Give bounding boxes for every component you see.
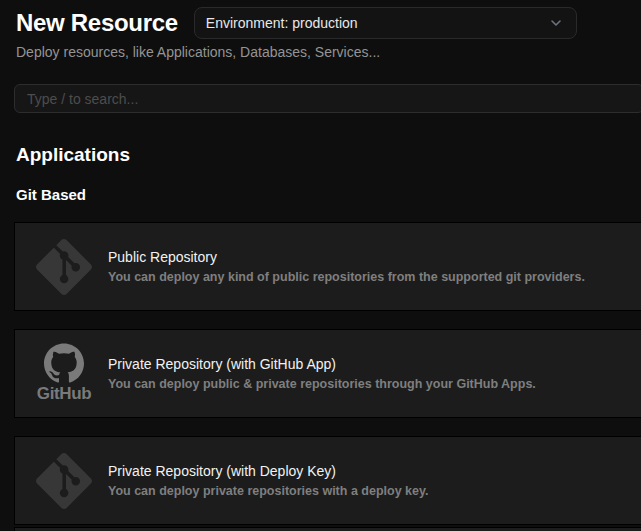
card-private-repository-github-app[interactable]: GitHub Private Repository (with GitHub A… [14, 329, 641, 418]
card-description: You can deploy private repositories with… [108, 484, 428, 499]
environment-select-value: Environment: production [206, 15, 548, 31]
card-text: Private Repository (with GitHub App) You… [108, 356, 536, 392]
card-title: Private Repository (with Deploy Key) [108, 463, 428, 480]
page-header: New Resource Environment: production [0, 0, 641, 39]
github-icon-label: GitHub [37, 384, 91, 404]
card-private-repository-deploy-key[interactable]: Private Repository (with Deploy Key) You… [14, 436, 641, 525]
environment-select[interactable]: Environment: production [194, 7, 577, 39]
card-text: Public Repository You can deploy any kin… [108, 249, 585, 285]
card-description: You can deploy any kind of public reposi… [108, 270, 585, 285]
card-text: Private Repository (with Deploy Key) You… [108, 463, 428, 499]
card-description: You can deploy public & private reposito… [108, 377, 536, 392]
search-input[interactable] [14, 84, 641, 113]
new-resource-page: New Resource Environment: production Dep… [0, 0, 641, 531]
github-icon: GitHub [32, 343, 96, 404]
card-public-repository[interactable]: Public Repository You can deploy any kin… [14, 222, 641, 311]
page-subtitle: Deploy resources, like Applications, Dat… [16, 43, 641, 61]
card-title: Private Repository (with GitHub App) [108, 356, 536, 373]
card-title: Public Repository [108, 249, 585, 266]
git-based-heading: Git Based [16, 186, 641, 204]
git-icon [32, 453, 96, 509]
card-partial-next[interactable] [14, 527, 641, 531]
chevron-down-icon [548, 15, 564, 31]
page-title: New Resource [16, 9, 178, 37]
git-icon [32, 239, 96, 295]
applications-heading: Applications [16, 144, 641, 165]
